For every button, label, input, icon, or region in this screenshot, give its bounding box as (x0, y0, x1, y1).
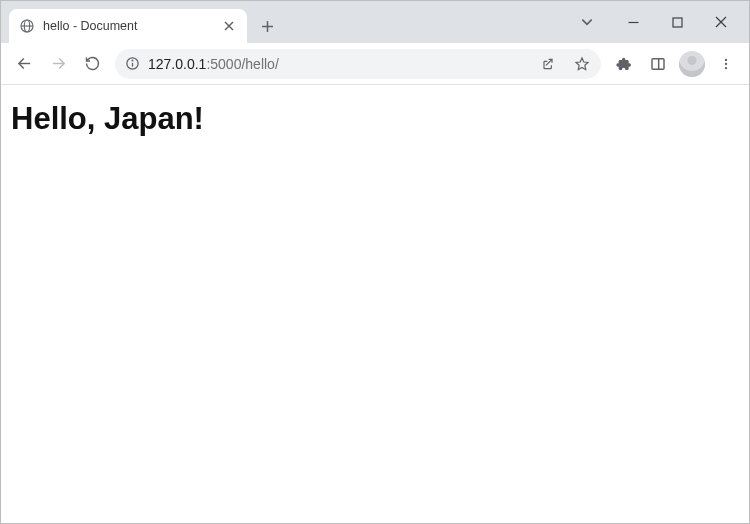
profile-avatar[interactable] (679, 51, 705, 77)
browser-toolbar: 127.0.0.1:5000/hello/ (1, 43, 749, 85)
url-path: /hello/ (241, 56, 278, 72)
address-bar[interactable]: 127.0.0.1:5000/hello/ (115, 49, 601, 79)
window-controls (569, 1, 749, 43)
svg-rect-8 (673, 18, 682, 27)
url-port: :5000 (206, 56, 241, 72)
svg-point-21 (725, 66, 727, 68)
close-window-button[interactable] (699, 7, 743, 37)
url-text: 127.0.0.1:5000/hello/ (148, 56, 527, 72)
minimize-button[interactable] (611, 7, 655, 37)
window-titlebar: hello - Document (1, 1, 749, 43)
tab-search-button[interactable] (569, 7, 605, 37)
menu-button[interactable] (711, 49, 741, 79)
page-heading: Hello, Japan! (11, 101, 739, 137)
share-button[interactable] (535, 51, 561, 77)
new-tab-button[interactable] (253, 12, 281, 40)
extensions-button[interactable] (609, 49, 639, 79)
page-content: Hello, Japan! (1, 85, 749, 523)
back-button[interactable] (9, 49, 39, 79)
site-info-icon[interactable] (125, 56, 140, 71)
bookmark-button[interactable] (569, 51, 595, 77)
svg-point-15 (132, 60, 133, 61)
reload-button[interactable] (77, 49, 107, 79)
svg-point-20 (725, 62, 727, 64)
browser-tab[interactable]: hello - Document (9, 9, 247, 43)
url-host: 127.0.0.1 (148, 56, 206, 72)
tab-strip: hello - Document (1, 1, 569, 43)
tab-title: hello - Document (43, 19, 213, 33)
side-panel-button[interactable] (643, 49, 673, 79)
globe-icon (19, 18, 35, 34)
svg-point-19 (725, 58, 727, 60)
svg-marker-16 (576, 58, 588, 70)
forward-button[interactable] (43, 49, 73, 79)
close-tab-button[interactable] (221, 18, 237, 34)
maximize-button[interactable] (655, 7, 699, 37)
